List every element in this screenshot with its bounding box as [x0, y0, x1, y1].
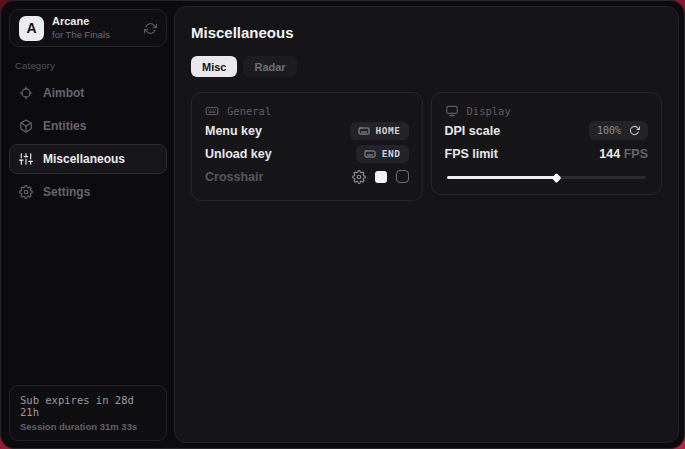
session-info-box: Sub expires in 28d 21h Session duration … — [9, 385, 167, 441]
sidebar-item-miscellaneous[interactable]: Miscellaneous — [9, 144, 167, 174]
app-header-card: A Arcane for The Finals — [9, 9, 167, 47]
keyboard-icon — [205, 104, 219, 118]
fps-slider-fill — [447, 176, 557, 179]
keyboard-icon — [364, 148, 376, 160]
sidebar-item-aimbot[interactable]: Aimbot — [9, 78, 167, 108]
desktop-background: A Arcane for The Finals Category Aimbot — [0, 0, 685, 449]
display-card-header: Display — [445, 103, 649, 119]
general-card-title: General — [227, 105, 271, 117]
fps-limit-slider[interactable] — [447, 176, 647, 179]
menu-key-bind-button[interactable]: HOME — [350, 122, 409, 140]
session-duration-text: Session duration 31m 33s — [20, 421, 156, 432]
unload-key-value: END — [382, 148, 401, 159]
sidebar-item-label: Entities — [43, 119, 86, 133]
menu-key-value: HOME — [376, 125, 401, 136]
dpi-scale-row: DPI scale 100% — [445, 119, 649, 142]
crosshair-color-swatch[interactable] — [375, 171, 387, 183]
crosshair-row: Crosshair — [205, 165, 409, 188]
display-card-title: Display — [467, 105, 511, 117]
tab-radar[interactable]: Radar — [243, 56, 296, 77]
crosshair-checkbox[interactable] — [396, 170, 409, 183]
app-window: A Arcane for The Finals Category Aimbot — [0, 0, 685, 449]
gear-icon — [19, 185, 33, 199]
crosshair-controls — [352, 170, 409, 184]
sidebar-item-label: Aimbot — [43, 86, 84, 100]
refresh-icon[interactable] — [144, 22, 157, 35]
keyboard-icon — [358, 125, 370, 137]
dpi-scale-button[interactable]: 100% — [589, 121, 648, 140]
crosshair-label: Crosshair — [205, 170, 263, 184]
settings-cards: General Menu key HOME Unload key — [191, 92, 662, 201]
sidebar: A Arcane for The Finals Category Aimbot — [1, 1, 174, 448]
tab-misc[interactable]: Misc — [191, 56, 237, 77]
app-subtitle: for The Finals — [52, 29, 110, 40]
general-card-header: General — [205, 103, 409, 119]
dpi-scale-label: DPI scale — [445, 124, 501, 138]
app-title-block: Arcane for The Finals — [52, 15, 110, 41]
category-label: Category — [15, 60, 167, 71]
display-card: Display DPI scale 100% FPS limit — [431, 92, 663, 195]
crosshair-settings-gear-icon[interactable] — [352, 170, 366, 184]
fps-limit-row: FPS limit 144 FPS — [445, 142, 649, 165]
app-logo-letter: A — [26, 20, 36, 36]
unload-key-label: Unload key — [205, 147, 272, 161]
cycle-icon — [629, 125, 640, 136]
app-logo: A — [19, 16, 44, 41]
monitor-icon — [445, 104, 459, 118]
dpi-scale-value: 100% — [597, 125, 621, 136]
page-title: Miscellaneous — [191, 24, 662, 41]
sidebar-item-settings[interactable]: Settings — [9, 177, 167, 207]
cube-icon — [19, 119, 33, 133]
sidebar-item-label: Miscellaneous — [43, 152, 125, 166]
fps-limit-value: 144 FPS — [599, 147, 648, 161]
crosshair-icon — [19, 86, 33, 100]
app-name: Arcane — [52, 15, 110, 28]
sidebar-nav: Aimbot Entities Miscellaneous — [9, 78, 167, 207]
tab-bar: Misc Radar — [191, 56, 662, 77]
sidebar-spacer — [9, 207, 167, 385]
sidebar-item-entities[interactable]: Entities — [9, 111, 167, 141]
fps-slider-handle[interactable] — [552, 173, 562, 183]
fps-limit-label: FPS limit — [445, 147, 498, 161]
menu-key-label: Menu key — [205, 124, 262, 138]
sidebar-item-label: Settings — [43, 185, 90, 199]
unload-key-row: Unload key END — [205, 142, 409, 165]
main-panel: Miscellaneous Misc Radar General Menu ke… — [174, 6, 679, 443]
sliders-icon — [19, 152, 33, 166]
general-card: General Menu key HOME Unload key — [191, 92, 423, 201]
sub-expires-text: Sub expires in 28d 21h — [20, 394, 156, 418]
unload-key-bind-button[interactable]: END — [356, 145, 409, 163]
fps-unit: FPS — [624, 147, 648, 161]
menu-key-row: Menu key HOME — [205, 119, 409, 142]
